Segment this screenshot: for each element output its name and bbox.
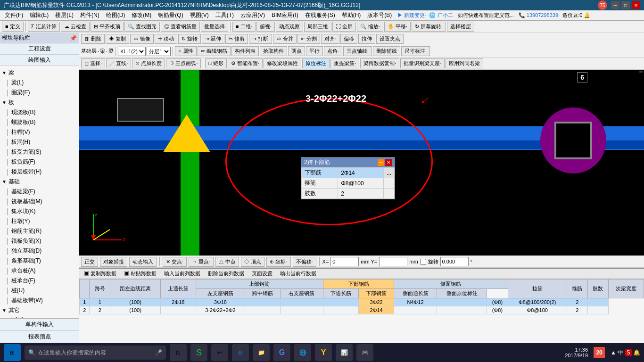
delete-col-data-btn[interactable]: 删除当前列数据	[205, 270, 247, 278]
toolbar-merge-btn[interactable]: ⇔ 合并	[273, 34, 297, 44]
popup-value-stirrup[interactable]: Φ8@100	[338, 178, 384, 189]
re-extract-btn[interactable]: 重提梁筋·	[330, 58, 359, 68]
toolbar-view-steel-btn[interactable]: ◎ 查看钢筋量	[161, 22, 200, 32]
table-scroll-container[interactable]: 跨号 距左边线距离 上通长筋 上部钢筋 下部钢筋 侧面钢筋 拉筋 箍筋 肢数 次…	[79, 279, 644, 343]
toolbar-delete-btn[interactable]: 🗑 删除	[81, 34, 105, 44]
menu-tools[interactable]: 工具(T)	[213, 10, 237, 20]
tree-item-pile-cap[interactable]: │承台桩(A)	[4, 266, 79, 276]
toolbar-align-btn[interactable]: 对齐·	[321, 34, 339, 44]
snap-btn[interactable]: 对象捕捉	[100, 257, 127, 267]
app-folder-btn[interactable]: 📁	[253, 344, 270, 361]
close-button[interactable]: ✕	[632, 1, 640, 9]
output-row-btn[interactable]: 输出当前行数据	[277, 270, 319, 278]
batch-id-btn[interactable]: 批量识别梁支座·	[400, 58, 445, 68]
new-change-btn[interactable]: ▶ 新建变更·	[397, 12, 426, 19]
copy-span-data-btn[interactable]: ▣ 复制跨数据	[81, 270, 119, 278]
tree-item-board-hole[interactable]: │板洞(H)	[4, 137, 79, 147]
props-parallel-btn[interactable]: 平行	[306, 46, 323, 56]
table-row[interactable]: 1 1 (100) 2Φ18 3Φ18 3Φ22 N4Φ12	[80, 298, 644, 306]
cell-bot-rebar-1[interactable]: 3Φ22	[359, 298, 394, 306]
tree-item-sump[interactable]: │集水坑(K)	[4, 206, 79, 216]
tree-item-pile-found[interactable]: │桩承台(F)	[4, 276, 79, 286]
app-g-btn[interactable]: G	[273, 344, 290, 361]
popup-edit-btn[interactable]: ...	[383, 168, 394, 178]
tree-item-column-pier[interactable]: │柱墩(Y)	[4, 216, 79, 226]
cell-span-1[interactable]: 1	[90, 298, 110, 306]
cell-bot-rebar-2[interactable]: 2Φ14	[359, 306, 394, 314]
orig-mark-btn[interactable]: 原位标注	[302, 58, 330, 68]
props-two-point-btn[interactable]: 两点	[288, 46, 305, 56]
app-y-btn[interactable]: Y	[315, 344, 332, 361]
cell-side-cont-1[interactable]: N4Φ12	[394, 298, 437, 306]
toolbar-floor-select-btn[interactable]: 选择楼层	[447, 22, 474, 32]
popup-minimize-btn[interactable]: ─	[378, 159, 384, 166]
toolbar-mirror-btn[interactable]: ⇔ 镜像	[130, 34, 154, 44]
rect-btn[interactable]: □ 矩形	[205, 58, 227, 68]
x-input[interactable]	[330, 257, 359, 266]
midpoint-btn[interactable]: △ 中点	[215, 257, 239, 267]
toolbar-top-view-btn[interactable]: 俯视·	[256, 22, 275, 32]
tree-item-beam-e[interactable]: │ 圈梁(E)	[4, 88, 79, 98]
menu-component[interactable]: 构件(N)	[77, 10, 102, 20]
tree-item-main-rebar[interactable]: │钢筋主筋(R)	[4, 226, 79, 236]
copy-span-btn[interactable]: 梁跨数据复制·	[360, 58, 399, 68]
cell-span-2[interactable]: 2	[90, 306, 110, 314]
tree-item-found-beam[interactable]: │基础梁(F)	[4, 187, 79, 197]
tree-item-spiral-board[interactable]: │螺旋板(B)	[4, 117, 79, 127]
tree-foundation-section[interactable]: ▼ 基础	[0, 177, 79, 187]
cell-mid-2[interactable]	[245, 306, 280, 314]
menu-bim[interactable]: BIM应用(I)	[269, 10, 301, 20]
toolbar-dynamic-view-btn[interactable]: 动态观察	[276, 22, 303, 32]
project-setup-btn[interactable]: 工程设置	[0, 43, 79, 55]
modify-beam-seg-btn[interactable]: 修改梁段属性	[264, 58, 301, 68]
kl-select[interactable]: KL-1(2)	[118, 47, 146, 56]
cell-left-seat-1[interactable]: 3Φ18	[196, 298, 245, 306]
menu-modify[interactable]: 修改(M)	[129, 10, 154, 20]
toolbar-zoom-btn[interactable]: 🔍 缩放·	[357, 22, 383, 32]
toolbar-rotate-btn[interactable]: ↻ 屏幕旋转·	[412, 22, 446, 32]
toolbar-stretch-btn[interactable]: 拉伸	[358, 34, 375, 44]
tree-item-board-rebar[interactable]: │板受力筋(S)	[4, 147, 79, 157]
props-component-list-btn[interactable]: 构件列表	[231, 46, 259, 56]
toolbar-fullscreen-btn[interactable]: ⛶ 全屏	[332, 22, 356, 32]
guangxiao-btn[interactable]: 🌐 广小二	[429, 12, 453, 19]
tree-item-floor-band[interactable]: │楼层板带(H)	[4, 167, 79, 177]
intersection-btn[interactable]: ✕ 交点·	[163, 257, 187, 267]
rotate-checkbox[interactable]	[420, 259, 426, 265]
toolbar-grip-btn[interactable]: 设置夹点	[376, 34, 404, 44]
menu-edit[interactable]: 编辑(E)	[27, 10, 51, 20]
tree-item-raft-found[interactable]: │筏板基础(M)	[4, 197, 79, 206]
toolbar-batch-select-btn[interactable]: 批量选择	[201, 22, 228, 32]
cell-sec-w-2[interactable]	[587, 306, 608, 314]
tree-item-raft-neg[interactable]: │筏板负筋(X)	[4, 236, 79, 246]
maximize-button[interactable]: □	[621, 1, 630, 9]
menu-help[interactable]: 帮助(H)	[339, 10, 364, 20]
popup-value-legs[interactable]: 2	[338, 189, 384, 199]
app-globe-btn[interactable]: 🌐	[294, 344, 311, 361]
tree-item-cast-board[interactable]: │现浇板(B)	[4, 107, 79, 117]
three-arc-btn[interactable]: ☽ 三点画弧·	[166, 58, 201, 68]
app-chart-btn[interactable]: 📊	[336, 344, 353, 361]
search-bar[interactable]: 🔍 在这里输入你要搜索的内容 🎤	[25, 346, 166, 360]
cell-mid-1[interactable]	[245, 298, 280, 306]
props-edit-rebar-btn[interactable]: ✏ 编辑钢筋	[198, 46, 231, 56]
app-edge-btn[interactable]: e	[232, 344, 249, 361]
cell-legs-1[interactable]: 2	[567, 298, 587, 306]
input-col-data-btn[interactable]: 输入当前列数据	[161, 270, 203, 278]
tree-item-indep-found[interactable]: │独立基础(D)	[4, 246, 79, 256]
line-btn[interactable]: ╱ 直线·	[106, 58, 131, 68]
smart-place-btn[interactable]: ⚙ 智能布置·	[228, 58, 263, 68]
cell-sec-w-1[interactable]	[587, 298, 608, 306]
toolbar-copy-btn[interactable]: ◈ 复制	[106, 34, 129, 44]
coord-btn[interactable]: ⊕ 坐标·	[266, 257, 290, 267]
page-setup-btn[interactable]: 页面设置	[249, 270, 275, 278]
cell-side-orig-1[interactable]	[437, 298, 487, 306]
toolbar-offset-btn[interactable]: 偏移	[340, 34, 357, 44]
ortho-btn[interactable]: 正交	[81, 257, 98, 267]
paste-span-data-btn[interactable]: ▣ 粘贴跨数据	[121, 270, 159, 278]
toolbar-trim-btn[interactable]: ✂ 修剪	[225, 34, 248, 44]
panel-pin[interactable]: 📌	[70, 35, 77, 41]
cell-tie-2[interactable]: (Φ8)	[487, 306, 508, 314]
report-preview-btn[interactable]: 报表预览	[0, 331, 79, 343]
y-input[interactable]	[379, 257, 407, 266]
